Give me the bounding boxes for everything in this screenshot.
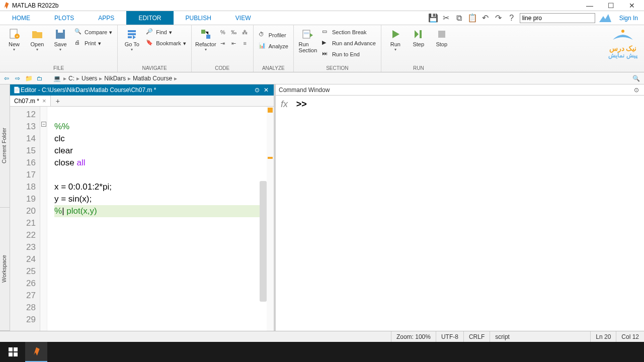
step-button[interactable]: Step bbox=[408, 26, 430, 47]
editor-pane: 📄 Editor - C:\Users\NikDars\Matlab Cours… bbox=[10, 84, 276, 331]
warning-summary-icon[interactable] bbox=[268, 108, 273, 113]
tab-apps[interactable]: APPS bbox=[86, 11, 126, 25]
profiler-button[interactable]: ⏱Profiler bbox=[257, 30, 290, 40]
editor-title: Editor - C:\Users\NikDars\Matlab Course\… bbox=[21, 86, 253, 94]
compare-button[interactable]: 🔍Compare ▾ bbox=[72, 27, 114, 37]
group-navigate: NAVIGATE bbox=[121, 65, 188, 72]
search-input[interactable] bbox=[520, 13, 595, 23]
file-tab[interactable]: Ch07.m * × bbox=[10, 96, 51, 106]
minimize-button[interactable]: — bbox=[584, 2, 596, 10]
comment-icon[interactable]: % bbox=[218, 27, 228, 37]
smart-indent-icon[interactable]: ≡ bbox=[240, 38, 250, 48]
command-window-body[interactable]: fx >> bbox=[276, 96, 644, 331]
maximize-button[interactable]: ☐ bbox=[605, 2, 617, 10]
ribbon: +New▾ Open▾ Save▾ 🔍Compare ▾ 🖨Print ▾ FI… bbox=[0, 25, 644, 72]
analyze-button[interactable]: 📊Analyze bbox=[257, 41, 290, 51]
qa-cut-icon[interactable]: ✂ bbox=[441, 13, 451, 23]
editor-dock-icon[interactable]: ⊙ bbox=[253, 86, 262, 94]
indent-icon[interactable]: ⇥ bbox=[218, 38, 228, 48]
code-area[interactable]: 121314151617181920212223242526272829 − %… bbox=[10, 107, 274, 331]
stop-button[interactable]: Stop bbox=[431, 26, 453, 47]
outdent-icon[interactable]: ⇤ bbox=[229, 38, 239, 48]
find-button[interactable]: 🔎Find ▾ bbox=[144, 27, 188, 37]
titlebar: MATLAB R2022b — ☐ ✕ bbox=[0, 0, 644, 11]
close-button[interactable]: ✕ bbox=[626, 2, 638, 10]
bookmark-button[interactable]: 🔖Bookmark ▾ bbox=[144, 38, 188, 48]
svg-rect-13 bbox=[14, 347, 18, 351]
status-encoding: UTF-8 bbox=[436, 331, 463, 342]
code-text[interactable]: %% clc clear close all x = 0:0.01:2*pi; … bbox=[47, 107, 267, 331]
command-prompt: >> bbox=[296, 99, 307, 109]
tabstrip: HOME PLOTS APPS EDITOR PUBLISH VIEW 💾 ✂ … bbox=[0, 11, 644, 25]
new-tab-button[interactable]: + bbox=[51, 97, 65, 105]
tab-plots[interactable]: PLOTS bbox=[42, 11, 86, 25]
tab-home[interactable]: HOME bbox=[0, 11, 42, 25]
forward-icon[interactable]: ⇨ bbox=[13, 74, 22, 83]
message-strip[interactable] bbox=[267, 107, 274, 331]
sidetab-workspace[interactable]: Workspace bbox=[0, 208, 10, 331]
group-run: RUN bbox=[384, 65, 453, 72]
uncomment-icon[interactable]: ‰ bbox=[229, 27, 239, 37]
back-icon[interactable]: ⇦ bbox=[2, 74, 11, 83]
sidetab-current-folder[interactable]: Current Folder bbox=[0, 84, 10, 208]
file-tab-close-icon[interactable]: × bbox=[42, 97, 46, 105]
save-button[interactable]: Save▾ bbox=[49, 26, 71, 52]
svg-rect-5 bbox=[201, 30, 205, 34]
path-nikdars[interactable]: NikDars bbox=[104, 75, 126, 82]
qa-paste-icon[interactable]: 📋 bbox=[467, 13, 477, 23]
editor-scrollbar[interactable] bbox=[260, 181, 267, 302]
path-search-icon[interactable]: 🔍 bbox=[632, 75, 640, 82]
refactor-button[interactable]: Refactor▾ bbox=[195, 26, 217, 52]
watermark-logo: نیک درس پیش نمایش bbox=[608, 27, 638, 59]
qa-help-icon[interactable]: ? bbox=[507, 13, 517, 23]
qa-copy-icon[interactable]: ⧉ bbox=[454, 13, 464, 23]
path-users[interactable]: Users bbox=[82, 75, 97, 82]
mathworks-logo-icon bbox=[598, 13, 612, 23]
fold-column[interactable]: − bbox=[40, 107, 47, 331]
goto-button[interactable]: Go To▾ bbox=[121, 26, 143, 52]
new-button[interactable]: +New▾ bbox=[3, 26, 25, 52]
file-tab-label: Ch07.m * bbox=[14, 98, 39, 105]
svg-rect-4 bbox=[58, 30, 63, 33]
taskbar-matlab-icon[interactable] bbox=[25, 342, 47, 362]
svg-rect-9 bbox=[420, 30, 422, 38]
run-advance-button[interactable]: ▶Run and Advance bbox=[320, 38, 378, 48]
svg-text:+: + bbox=[16, 34, 19, 39]
svg-rect-6 bbox=[206, 35, 210, 39]
command-window-header: Command Window ⊙ bbox=[276, 84, 644, 96]
status-zoom[interactable]: Zoom: 100% bbox=[391, 331, 436, 342]
group-file: FILE bbox=[3, 65, 114, 72]
command-window-actions-icon[interactable]: ⊙ bbox=[632, 86, 641, 94]
browse-icon[interactable]: 🗀 bbox=[35, 74, 44, 83]
tab-editor[interactable]: EDITOR bbox=[126, 11, 173, 25]
svg-rect-8 bbox=[304, 32, 309, 34]
path-c[interactable]: C: bbox=[68, 75, 74, 82]
command-window-title: Command Window bbox=[279, 86, 632, 94]
qa-undo-icon[interactable]: ↶ bbox=[480, 13, 491, 23]
qa-redo-icon[interactable]: ↷ bbox=[494, 13, 504, 23]
svg-rect-15 bbox=[14, 352, 18, 356]
address-bar: ⇦ ⇨ 📁 🗀 💻 ▸ C:▸ Users▸ NikDars▸ Matlab C… bbox=[0, 72, 644, 84]
tab-publish[interactable]: PUBLISH bbox=[174, 11, 223, 25]
tab-view[interactable]: VIEW bbox=[223, 11, 263, 25]
status-col: Col 12 bbox=[616, 331, 644, 342]
section-break-button[interactable]: ▭Section Break bbox=[320, 27, 378, 37]
start-button[interactable] bbox=[2, 342, 24, 362]
up-icon[interactable]: 📁 bbox=[24, 74, 33, 83]
run-section-button[interactable]: Run Section bbox=[297, 26, 319, 53]
svg-rect-12 bbox=[9, 347, 13, 351]
run-to-end-button[interactable]: ⏭Run to End bbox=[320, 49, 378, 59]
qa-save-icon[interactable]: 💾 bbox=[428, 13, 438, 23]
path-course[interactable]: Matlab Course bbox=[133, 75, 172, 82]
warning-marker[interactable] bbox=[268, 157, 273, 159]
fold-box-icon[interactable]: − bbox=[41, 122, 46, 127]
group-section: SECTION bbox=[297, 65, 378, 72]
run-button[interactable]: Run▾ bbox=[384, 26, 407, 52]
sign-in-link[interactable]: Sign In bbox=[615, 15, 642, 22]
wrap-comment-icon[interactable]: ⁂ bbox=[240, 27, 250, 37]
editor-close-icon[interactable]: ✕ bbox=[262, 86, 271, 94]
print-button[interactable]: 🖨Print ▾ bbox=[72, 38, 114, 48]
editor-header: 📄 Editor - C:\Users\NikDars\Matlab Cours… bbox=[10, 84, 274, 96]
fx-icon[interactable]: fx bbox=[281, 99, 288, 109]
open-button[interactable]: Open▾ bbox=[26, 26, 48, 52]
